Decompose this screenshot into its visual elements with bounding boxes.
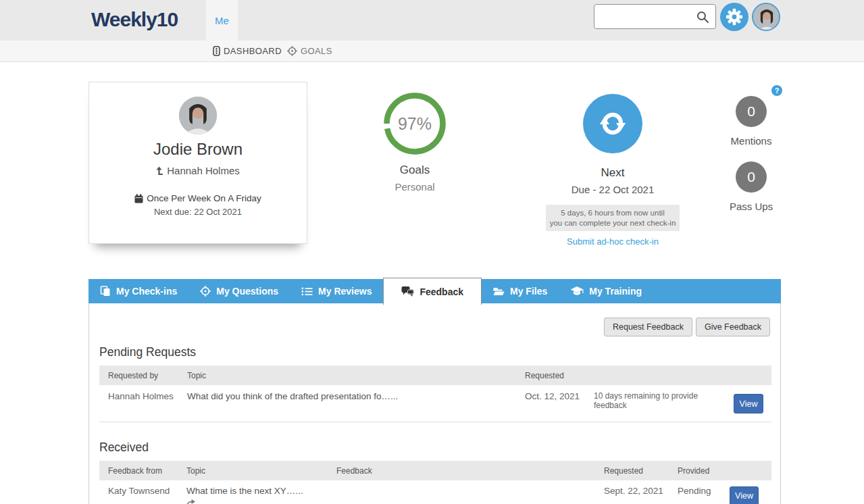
goals-label: GOALS (301, 46, 332, 56)
goals-target-icon (287, 46, 297, 56)
tab-label: My Files (510, 286, 547, 297)
notice-line-1: 5 days, 6 hours from now until (546, 208, 680, 218)
tab-label: My Check-ins (116, 286, 177, 297)
view-button[interactable]: View (730, 486, 759, 504)
sync-icon (598, 109, 628, 138)
cell-feedback-from: Katy Townsend (99, 486, 178, 504)
col-provided: Provided (669, 466, 721, 476)
next-checkin-button[interactable] (583, 94, 642, 153)
topic-text: What time is the next XY…... (186, 486, 303, 496)
nav-me-tab[interactable]: Me (206, 0, 238, 41)
tab-feedback[interactable]: Feedback (383, 278, 482, 305)
questions-target-icon (200, 286, 211, 297)
training-gradcap-icon (570, 286, 584, 297)
cell-remaining: 10 days remaining to provide feedback (585, 391, 726, 413)
received-table: Feedback from Topic Feedback Requested P… (99, 461, 771, 504)
profile-name: Jodie Brown (153, 140, 243, 159)
tab-my-reviews[interactable]: My Reviews (290, 279, 383, 303)
tab-my-checkins[interactable]: My Check-ins (88, 279, 188, 303)
cell-topic: What time is the next XY…... (178, 486, 328, 504)
secondary-nav: DASHBOARD GOALS ? (0, 41, 864, 62)
goals-subtitle[interactable]: Personal (367, 181, 462, 193)
feedback-actions: Request Feedback Give Feedback (604, 318, 770, 336)
checkins-icon (100, 286, 111, 297)
search-input[interactable] (600, 6, 694, 27)
passups-count: 0 (747, 169, 755, 185)
profile-manager-row: Hannah Holmes (156, 165, 240, 176)
schedule-text: Once Per Week On A Friday (147, 193, 261, 203)
goals-percent: 97% (382, 91, 447, 156)
settings-button[interactable] (720, 3, 748, 31)
tab-my-files[interactable]: My Files (482, 279, 559, 303)
cell-feedback (328, 486, 595, 504)
reply-arrow-icon (186, 499, 328, 504)
dashboard-label: DASHBOARD (224, 46, 282, 56)
search-icon[interactable] (696, 10, 709, 24)
view-button[interactable]: View (734, 394, 763, 413)
help-icon: ? (775, 86, 780, 95)
next-title: Next (565, 166, 660, 180)
table-row: Hannah Holmes What did you think of the … (99, 385, 771, 422)
global-search (594, 4, 716, 29)
goals-title: Goals (367, 163, 462, 177)
pending-requests-table: Requested by Topic Requested Hannah Holm… (99, 366, 771, 422)
received-title: Received (99, 440, 149, 455)
me-tab-label: Me (215, 15, 229, 26)
col-topic: Topic (178, 466, 328, 476)
tab-my-training[interactable]: My Training (559, 279, 653, 303)
col-topic: Topic (178, 371, 516, 380)
profile-next-due: Next due: 22 Oct 2021 (154, 207, 242, 217)
feedback-tabbar: My Check-ins My Questions My Reviews Fee… (88, 279, 781, 303)
mentions-count: 0 (747, 103, 755, 120)
next-notice-box: 5 days, 6 hours from now until you can c… (546, 205, 680, 231)
nav-dashboard-tab[interactable]: DASHBOARD (213, 41, 282, 61)
nav-goals-tab[interactable]: GOALS (287, 41, 332, 61)
weekly10-logo: Weekly10 (91, 8, 178, 31)
manager-name: Hannah Holmes (167, 165, 240, 176)
tab-my-questions[interactable]: My Questions (188, 279, 290, 303)
cell-requested-date: Sept. 22, 2021 (595, 486, 669, 504)
col-feedback: Feedback (328, 466, 595, 476)
user-avatar[interactable] (752, 3, 780, 31)
files-folder-icon (493, 286, 505, 296)
profile-photo (179, 97, 217, 134)
dashboard-icon (213, 46, 220, 56)
level-up-icon (156, 166, 163, 176)
passups-counter[interactable]: 0 (736, 161, 767, 193)
mentions-label: Mentions (704, 135, 798, 147)
feedback-panel: Request Feedback Give Feedback Pending R… (88, 303, 781, 504)
gear-icon (726, 8, 743, 26)
request-feedback-button[interactable]: Request Feedback (604, 318, 692, 336)
pending-requests-title: Pending Requests (99, 345, 196, 359)
next-due-date: Due - 22 Oct 2021 (545, 184, 680, 195)
col-feedback-from: Feedback from (99, 466, 178, 476)
notice-line-2: you can complete your next check-in (546, 218, 680, 228)
passups-label: Pass Ups (704, 201, 798, 212)
reviews-list-icon (301, 286, 313, 297)
tab-label: My Training (589, 286, 642, 297)
cell-requested-date: Oct. 12, 2021 (516, 391, 585, 413)
cell-requested-by: Hannah Holmes (99, 391, 178, 413)
tab-label: My Reviews (318, 286, 372, 297)
profile-avatar (179, 97, 217, 134)
col-requested-by: Requested by (99, 371, 178, 380)
top-header: Weekly10 Me (0, 0, 864, 41)
help-button[interactable]: ? (771, 85, 782, 96)
col-requested: Requested (516, 371, 585, 380)
col-requested: Requested (595, 466, 669, 476)
cell-topic: What did you think of the drafted presen… (178, 391, 516, 413)
feedback-chat-icon (401, 286, 414, 297)
profile-schedule-row: Once Per Week On A Friday (134, 193, 261, 203)
profile-card: Jodie Brown Hannah Holmes Once Per Week … (88, 82, 307, 244)
calendar-icon (134, 194, 143, 203)
pending-table-header: Requested by Topic Requested (99, 366, 771, 385)
cell-provided-status: Pending (669, 486, 721, 504)
tab-label: Feedback (420, 286, 463, 297)
tab-label: My Questions (216, 286, 278, 297)
avatar-photo (753, 4, 780, 31)
submit-adhoc-link[interactable]: Submit ad-hoc check-in (545, 236, 680, 247)
mentions-counter[interactable]: 0 (736, 96, 767, 127)
give-feedback-button[interactable]: Give Feedback (696, 318, 770, 336)
table-row: Katy Townsend What time is the next XY….… (99, 480, 771, 504)
received-table-header: Feedback from Topic Feedback Requested P… (99, 461, 771, 480)
